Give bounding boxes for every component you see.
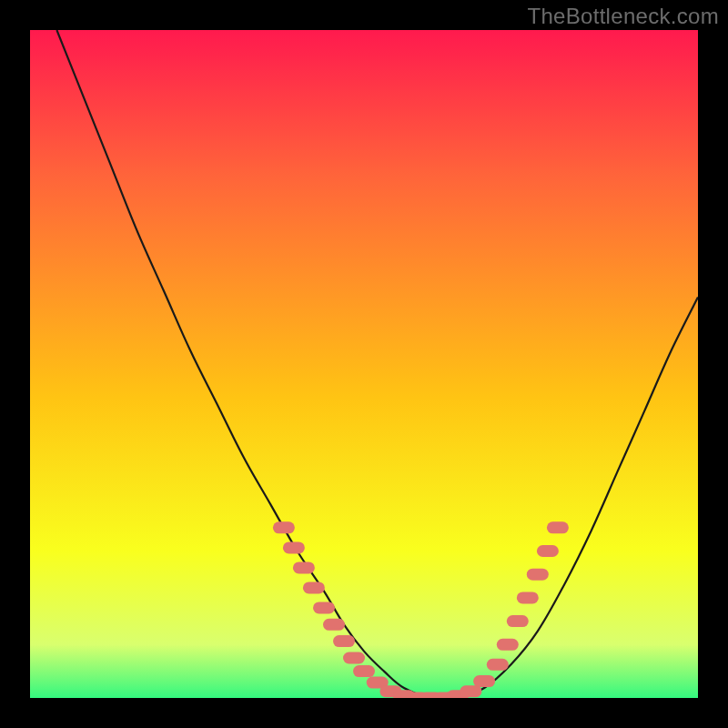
data-marker: [333, 635, 355, 647]
data-marker: [313, 602, 335, 613]
data-marker: [473, 675, 495, 687]
data-marker: [517, 592, 539, 603]
data-marker: [460, 685, 481, 697]
data-marker: [527, 569, 549, 581]
data-marker: [353, 665, 375, 677]
data-marker: [487, 659, 509, 671]
watermark-text: TheBottleneck.com: [527, 4, 719, 29]
plot-area: [30, 30, 698, 698]
data-marker: [497, 639, 519, 651]
data-marker: [537, 545, 559, 557]
data-marker: [547, 521, 569, 533]
data-marker: [323, 619, 345, 631]
data-marker: [283, 541, 305, 553]
data-marker: [343, 652, 365, 664]
chart-frame: TheBottleneck.com: [0, 0, 728, 728]
data-marker: [273, 521, 295, 533]
chart-svg: [30, 30, 698, 698]
gradient-background: [30, 30, 698, 698]
data-marker: [303, 581, 325, 593]
data-marker: [507, 615, 529, 627]
data-marker: [293, 561, 315, 573]
